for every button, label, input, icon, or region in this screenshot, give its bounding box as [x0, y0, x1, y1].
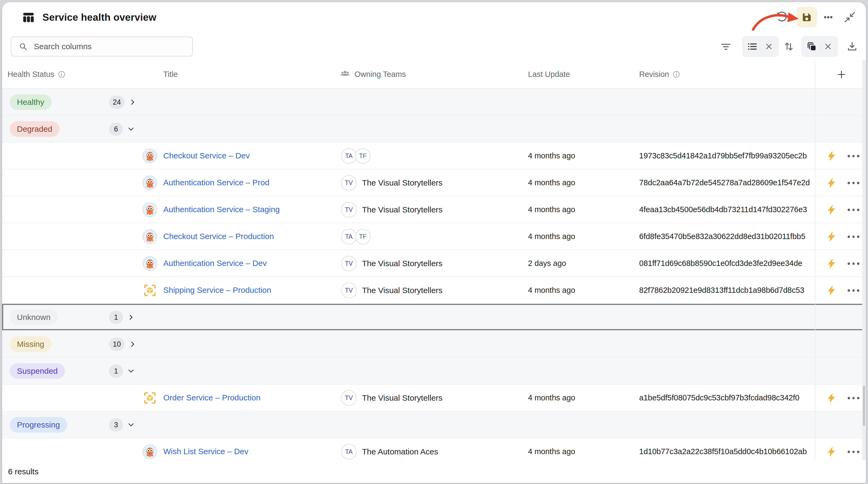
lightning-icon[interactable] [827, 151, 836, 161]
team-avatar[interactable]: TV [341, 390, 356, 406]
scrollbar-thumb[interactable] [863, 386, 865, 426]
service-row[interactable]: Order Service – ProductionTVThe Visual S… [2, 385, 865, 411]
more-options-button[interactable] [818, 7, 838, 27]
status-pill: Unknown [10, 310, 58, 325]
group-row-healthy[interactable]: Healthy24 [2, 89, 865, 116]
group-row-degraded[interactable]: Degraded6 [2, 116, 865, 143]
octopus-service-icon [142, 148, 157, 164]
filter-button[interactable] [715, 36, 736, 57]
service-title-link[interactable]: Authentication Service – Dev [163, 259, 267, 268]
revision-cell: 78dc2aa64a7b72de545278a7ad28609e1f547e2d [639, 178, 810, 187]
lightning-icon[interactable] [827, 393, 836, 402]
row-menu-button[interactable] [847, 385, 859, 411]
team-avatar[interactable]: TF [355, 229, 371, 245]
actions-column-divider [815, 60, 815, 460]
owning-teams-cell: TATF [341, 143, 371, 169]
row-menu-button[interactable] [847, 438, 859, 460]
octopus-service-icon [142, 256, 157, 271]
revision-cell: 82f7862b20921e9d8313ff11dcb1a98b6d7d8c53 [639, 286, 804, 295]
column-header-last-update[interactable]: Last Update [528, 60, 570, 88]
clear-group-by-button[interactable] [821, 38, 835, 55]
row-menu-button[interactable] [847, 223, 859, 250]
service-row[interactable]: Authentication Service – StagingTVThe Vi… [2, 196, 865, 223]
service-row[interactable]: Checkout Service – ProductionTATF4 month… [2, 223, 865, 250]
group-controls: 1 [109, 358, 135, 385]
service-row[interactable]: Authentication Service – DevTVThe Visual… [2, 250, 865, 277]
column-header-owning-teams[interactable]: Owning Teams [339, 60, 406, 88]
lightning-icon[interactable] [827, 205, 836, 214]
row-menu-button[interactable] [847, 169, 859, 196]
column-header-revision[interactable]: Revision [639, 60, 680, 88]
service-title-link[interactable]: Order Service – Production [163, 393, 260, 402]
chevron-right-icon[interactable] [129, 340, 136, 348]
team-avatar[interactable]: TV [341, 202, 356, 218]
service-title-link[interactable]: Authentication Service – Prod [163, 178, 269, 187]
service-title-link[interactable]: Checkout Service – Production [163, 232, 274, 241]
group-controls: 3 [109, 411, 135, 438]
group-row-progressing[interactable]: Progressing3 [2, 411, 865, 438]
download-button[interactable] [842, 36, 863, 57]
row-menu-button[interactable] [847, 277, 859, 304]
sort-button[interactable] [778, 36, 799, 57]
table-header-row: Health Status Title Owning Teams Last Up… [2, 60, 866, 89]
chevron-down-icon[interactable] [127, 367, 135, 375]
group-row-suspended[interactable]: Suspended1 [2, 358, 865, 385]
lightning-icon[interactable] [827, 286, 836, 295]
group-row-missing[interactable]: Missing10 [2, 331, 865, 358]
team-name: The Automation Aces [362, 447, 438, 456]
lightning-icon[interactable] [827, 447, 836, 456]
info-icon[interactable] [673, 71, 680, 78]
team-avatar[interactable]: TV [341, 175, 356, 191]
row-menu-button[interactable] [847, 250, 859, 277]
row-menu-button[interactable] [847, 143, 859, 169]
clear-view-button[interactable] [762, 38, 776, 55]
search-box[interactable] [11, 36, 193, 56]
team-avatar[interactable]: TA [341, 229, 356, 245]
group-row-unknown[interactable]: Unknown1 [2, 304, 865, 331]
revision-cell: 6fd8fe35470b5e832a30622dd8ed31b02011fbb5 [639, 232, 805, 241]
info-icon[interactable] [58, 71, 65, 78]
service-title-link[interactable]: Wish List Service – Dev [163, 447, 248, 456]
row-menu-button[interactable] [847, 196, 859, 223]
search-input[interactable] [34, 42, 179, 51]
chevron-right-icon[interactable] [127, 314, 135, 321]
service-title-link[interactable]: Authentication Service – Staging [163, 205, 280, 214]
add-column-button[interactable] [834, 67, 849, 82]
box-service-icon [142, 391, 157, 405]
lightning-icon[interactable] [827, 259, 836, 268]
team-avatar[interactable]: TA [341, 148, 356, 164]
table-body: Healthy24Degraded6Checkout Service – Dev… [2, 89, 865, 460]
list-view-button[interactable] [745, 38, 760, 55]
lightning-icon[interactable] [827, 232, 836, 241]
vertical-scrollbar[interactable] [862, 60, 866, 460]
table-toolbar [2, 33, 866, 60]
column-header-title[interactable]: Title [163, 60, 178, 88]
group-count-badge: 1 [109, 364, 123, 378]
team-avatar[interactable]: TV [341, 283, 356, 298]
group-count-badge: 1 [109, 311, 123, 324]
team-name: The Visual Storytellers [362, 286, 443, 295]
team-avatar[interactable]: TF [355, 148, 371, 164]
service-row[interactable]: Wish List Service – DevTAThe Automation … [2, 438, 865, 460]
column-header-health-status[interactable]: Health Status [7, 60, 65, 88]
undo-button[interactable] [771, 7, 792, 27]
group-by-button[interactable] [804, 38, 818, 55]
save-button[interactable] [797, 7, 817, 27]
service-row[interactable]: Authentication Service – ProdTVThe Visua… [2, 169, 865, 196]
chevron-down-icon[interactable] [127, 421, 135, 429]
collapse-button[interactable] [840, 7, 860, 27]
service-row[interactable]: Checkout Service – DevTATF4 months ago19… [2, 143, 865, 169]
status-pill: Suspended [10, 363, 65, 379]
search-icon [18, 42, 28, 51]
service-title-link[interactable]: Checkout Service – Dev [163, 151, 250, 160]
team-avatar[interactable]: TV [341, 256, 356, 271]
chevron-right-icon[interactable] [129, 98, 136, 106]
service-row[interactable]: Shipping Service – ProductionTVThe Visua… [2, 277, 865, 304]
lightning-icon[interactable] [827, 178, 836, 188]
team-avatar[interactable]: TA [341, 444, 356, 459]
octopus-service-icon [142, 444, 157, 459]
chevron-down-icon[interactable] [127, 125, 135, 133]
service-health-page: Service health overview [0, 0, 868, 484]
service-title-link[interactable]: Shipping Service – Production [163, 286, 271, 295]
results-count: 6 results [8, 467, 38, 476]
